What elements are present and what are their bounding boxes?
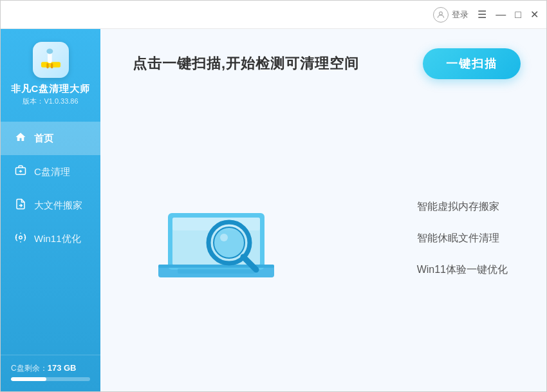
app-name: 非凡C盘清理大师 bbox=[11, 83, 91, 95]
titlebar: 登录 ☰ — □ ✕ bbox=[1, 1, 546, 29]
sidebar: 非凡C盘清理大师 版本：V1.0.33.86 首页 bbox=[1, 29, 100, 391]
app-logo bbox=[33, 42, 69, 78]
avatar-icon bbox=[433, 7, 449, 23]
feature-item-2[interactable]: Win11体验一键优化 bbox=[417, 263, 508, 277]
svg-rect-5 bbox=[51, 63, 53, 68]
svg-rect-4 bbox=[46, 63, 48, 68]
content-area: 点击一键扫描,开始检测可清理空间 一键扫描 bbox=[100, 29, 546, 391]
login-button[interactable]: 登录 bbox=[433, 7, 468, 23]
menu-button[interactable]: ☰ bbox=[477, 8, 487, 21]
login-label: 登录 bbox=[452, 9, 468, 21]
feature-item-0[interactable]: 智能虚拟内存搬家 bbox=[417, 200, 499, 214]
svg-point-0 bbox=[440, 12, 443, 15]
disk-progress-bar bbox=[11, 377, 90, 381]
feature-item-1[interactable]: 智能休眠文件清理 bbox=[417, 232, 499, 245]
content-body: 智能虚拟内存搬家 智能休眠文件清理 Win11体验一键优化 bbox=[133, 105, 521, 372]
nav-label-home: 首页 bbox=[34, 133, 53, 145]
maximize-button[interactable]: □ bbox=[515, 9, 521, 21]
disk-progress-fill bbox=[11, 377, 46, 381]
page-headline: 点击一键扫描,开始检测可清理空间 bbox=[133, 54, 359, 73]
c-clean-icon bbox=[14, 165, 28, 180]
svg-point-21 bbox=[220, 234, 228, 241]
svg-point-10 bbox=[19, 236, 23, 239]
sidebar-item-win11[interactable]: Win11优化 bbox=[1, 222, 100, 256]
sidebar-item-home[interactable]: 首页 bbox=[1, 122, 100, 155]
minimize-button[interactable]: — bbox=[496, 9, 506, 21]
win11-icon bbox=[14, 232, 28, 247]
nav-label-c-clean: C盘清理 bbox=[34, 166, 70, 178]
sidebar-item-c-clean[interactable]: C盘清理 bbox=[1, 155, 100, 189]
app-version: 版本：V1.0.33.86 bbox=[23, 97, 78, 106]
main-layout: 非凡C盘清理大师 版本：V1.0.33.86 首页 bbox=[1, 29, 546, 391]
laptop-illustration bbox=[133, 174, 300, 303]
svg-point-3 bbox=[46, 49, 53, 54]
titlebar-actions: 登录 ☰ — □ ✕ bbox=[433, 7, 539, 23]
disk-free-value: 173 GB bbox=[48, 363, 77, 373]
nav-label-win11: Win11优化 bbox=[34, 233, 81, 245]
close-button[interactable]: ✕ bbox=[530, 8, 539, 21]
disk-label: C盘剩余：173 GB bbox=[11, 363, 90, 374]
sidebar-nav: 首页 C盘清理 bbox=[1, 122, 100, 355]
scan-button[interactable]: 一键扫描 bbox=[423, 48, 521, 79]
feature-list: 智能虚拟内存搬家 智能休眠文件清理 Win11体验一键优化 bbox=[417, 200, 508, 277]
content-header: 点击一键扫描,开始检测可清理空间 一键扫描 bbox=[133, 48, 521, 79]
nav-label-move-files: 大文件搬家 bbox=[34, 200, 82, 212]
sidebar-header: 非凡C盘清理大师 版本：V1.0.33.86 bbox=[1, 29, 100, 117]
home-icon bbox=[14, 131, 28, 146]
sidebar-footer: C盘剩余：173 GB bbox=[1, 355, 100, 391]
move-files-icon bbox=[14, 198, 28, 213]
sidebar-item-move-files[interactable]: 大文件搬家 bbox=[1, 189, 100, 222]
svg-rect-16 bbox=[178, 268, 255, 274]
